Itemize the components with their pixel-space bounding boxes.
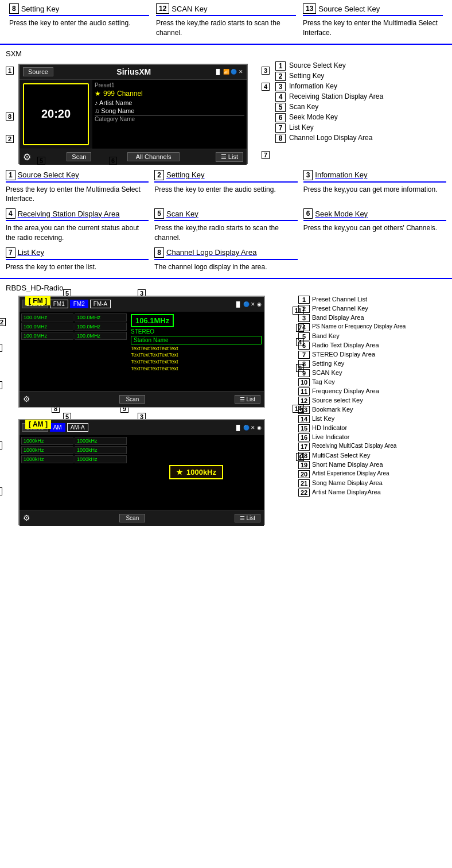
fm-callout-12: 12 (0, 319, 6, 326)
fm-station-name: Station Name (131, 336, 262, 344)
sxm-legend-item-2: 2Setting Key (275, 72, 446, 81)
setting-key-desc: Press the key to enter the audio setting… (9, 18, 149, 28)
callout-4: 4 (262, 83, 270, 90)
preset-3-1[interactable]: 100.0MHz (21, 332, 73, 340)
am-gear-icon[interactable]: ⚙ (23, 513, 30, 522)
am-freq-selected: ★1000kHz (169, 465, 223, 479)
callout-7: 7 (262, 152, 270, 158)
rbds-legend-item-5: 5Band Key (298, 332, 446, 340)
am-info-area: ★1000kHz (128, 435, 264, 510)
am-preset-2-2[interactable]: 1000kHz (75, 446, 127, 454)
preset-2-1[interactable]: 100.0MHz (21, 323, 73, 331)
preset-3-2[interactable]: 100.0MHz (75, 332, 127, 340)
sxm-keys-section: 1 Source Select Key Press the key to ent… (6, 170, 446, 272)
rbds-legend-item-6: 6Radio Text Display Area (298, 342, 446, 350)
am-callout-1: 1 (0, 442, 2, 449)
source-select-key-desc: Press the key to enter the Multimedia Se… (303, 18, 443, 38)
fm1-band-button[interactable]: FM1 (50, 300, 68, 308)
sxm-scan-button[interactable]: Scan (67, 152, 91, 161)
source-select-key-title: 13 Source Select Key (303, 3, 443, 16)
am-preset-3-1[interactable]: 1000kHz (21, 455, 73, 463)
rbds-legend-item-3: 3Band Display Area (298, 314, 446, 322)
rbds-legend-item-2: 2Preset Channel Key (298, 305, 446, 313)
fm-callout-2: 2 (0, 344, 2, 351)
rbds-content: 5 3 11 7 4 6 12 2 1 8 9 14 [ FM ] Source (6, 296, 446, 533)
rbds-legend-item-4: 4PS Name or Frequency Display Area (298, 323, 446, 331)
setting-key-num: 8 (9, 3, 19, 14)
sxm-key-4: 4 Receiving Station Display Area In the … (6, 208, 149, 243)
sxm-icons: ▐▌ 📶 🔵 ✕ (215, 69, 243, 75)
fm-list-button[interactable]: ☰ List (235, 395, 260, 404)
fm-icons: ▐▌ 🔵 ✕ ◉ (235, 301, 262, 307)
callout-8: 8 (6, 113, 14, 120)
setting-key-title: 8 Setting Key (9, 3, 149, 16)
sxm-section: SXM 1 3 4 8 2 7 5 6 Source SiriusXM ▐▌ 📶… (0, 45, 452, 279)
sxm-key-1: 1 Source Select Key Press the key to ent… (6, 170, 149, 204)
sxm-key-8: 8 Channel Logo Display Area The channel … (154, 247, 297, 272)
sxm-legend-item-1: 1Source Select Key (275, 61, 446, 71)
fm-screen-wrapper: 5 3 11 7 4 6 12 2 1 8 9 14 [ FM ] Source (6, 296, 293, 408)
fm-scan-button[interactable]: Scan (119, 395, 145, 404)
source-select-key-block: 13 Source Select Key Press the key to en… (299, 3, 446, 38)
fm-preset-list: 100.0MHz 100.0MHz 100.0MHz 100.0MHz 100.… (20, 312, 128, 391)
sxm-all-channels-button[interactable]: All Channels (127, 152, 180, 161)
sxm-source-button[interactable]: Source (23, 67, 53, 76)
source-select-key-num: 13 (303, 3, 316, 14)
setting-key-label: Setting Key (21, 5, 60, 13)
ama-band-button[interactable]: AM-A (67, 423, 88, 432)
rbds-legend-item-18: 18MultiCast Select Key (298, 452, 446, 460)
am-preset-1-2[interactable]: 1000kHz (75, 437, 127, 445)
rbds-legend-item-13: 13Bookmark Key (298, 406, 446, 414)
fm2-band-button[interactable]: FM2 (70, 300, 88, 308)
am-preset-2-1[interactable]: 1000kHz (21, 446, 73, 454)
fm-band-label: [ FM ] (25, 296, 50, 305)
fm-screen: [ FM ] Source FM1 FM2 FM-A ▐▌ 🔵 ✕ ◉ (18, 296, 265, 408)
am-preset-1-1[interactable]: 1000kHz (21, 437, 73, 445)
fma-band-button[interactable]: FM-A (90, 300, 111, 308)
sxm-legend-rows: 1Source Select Key2Setting Key3Informati… (275, 61, 446, 143)
preset-1-1[interactable]: 100.0MHz (21, 313, 73, 321)
preset-1-2[interactable]: 100.0MHz (75, 313, 127, 321)
sxm-song: ♫ Song Name (95, 107, 244, 114)
fm-gear-icon[interactable]: ⚙ (23, 394, 30, 404)
am-callout-4: 4 (296, 454, 304, 460)
sxm-label: SXM (6, 49, 446, 58)
preset-2-2[interactable]: 100.0MHz (75, 323, 127, 331)
am-scan-button[interactable]: Scan (119, 514, 145, 522)
rbds-legend-item-20: 20Artist Experience Display Area (298, 470, 446, 478)
scan-key-label: SCAN Key (172, 5, 207, 13)
sxm-gear-icon[interactable]: ⚙ (23, 152, 31, 162)
fm-callout-14: 14 (293, 405, 304, 412)
rbds-legend-item-10: 10Tag Key (298, 378, 446, 386)
sxm-legend-item-3: 3Information Key (275, 82, 446, 91)
fm-callout-1: 1 (0, 382, 2, 389)
fm-radio-text: TextTextTextTextTextTextTextTextTextText… (131, 346, 262, 373)
sxm-key-6: 6 Seek Mode Key Press the key,you can ge… (303, 208, 446, 243)
am-band-button[interactable]: AM (50, 423, 65, 432)
sxm-category: Category Name (95, 115, 244, 122)
rbds-legend-item-11: 11Frequency Display Area (298, 388, 446, 396)
scan-key-num: 12 (156, 3, 169, 14)
fm-stereo-display: STEREO (131, 328, 262, 335)
rbds-legend-rows: 1Preset Channel List2Preset Channel Key3… (298, 296, 446, 497)
am-callout-2: 2 (0, 488, 2, 495)
sxm-content: 1 3 4 8 2 7 5 6 Source SiriusXM ▐▌ 📶 🔵 ✕ (6, 61, 446, 164)
rbds-legend-item-1: 1Preset Channel List (298, 296, 446, 304)
rbds-legend-item-12: 12Source select Key (298, 397, 446, 405)
rbds-legend-item-21: 21Song Name Display Area (298, 479, 446, 487)
sxm-list-button[interactable]: ☰ List (216, 152, 243, 162)
callout-2: 2 (6, 135, 14, 142)
am-list-button[interactable]: ☰ List (235, 514, 260, 522)
rbds-section: RBDS_HD-Radio 5 3 11 7 4 6 12 2 1 8 9 14 (0, 279, 452, 538)
scan-key-desc: Press the key,the radio starts to scan t… (156, 18, 296, 38)
rbds-legend-item-9: 9SCAN Key (298, 369, 446, 377)
sxm-key-5: 5 Scan Key Press the key,the radio start… (154, 208, 297, 243)
callout-1: 1 (6, 67, 14, 74)
sxm-legend-item-7: 7List Key (275, 123, 446, 133)
fm-callout-11: 11 (293, 307, 304, 314)
sxm-info-area: Preset1 ★ 999 Channel ♪ Artist Name ♫ So… (92, 80, 247, 149)
sxm-key-2: 2 Setting Key Press the key to enter the… (154, 170, 297, 204)
am-preset-3-2[interactable]: 1000kHz (75, 455, 127, 463)
fm-callout-7: 7 (296, 324, 304, 331)
am-band-label: [ AM ] (25, 420, 51, 429)
